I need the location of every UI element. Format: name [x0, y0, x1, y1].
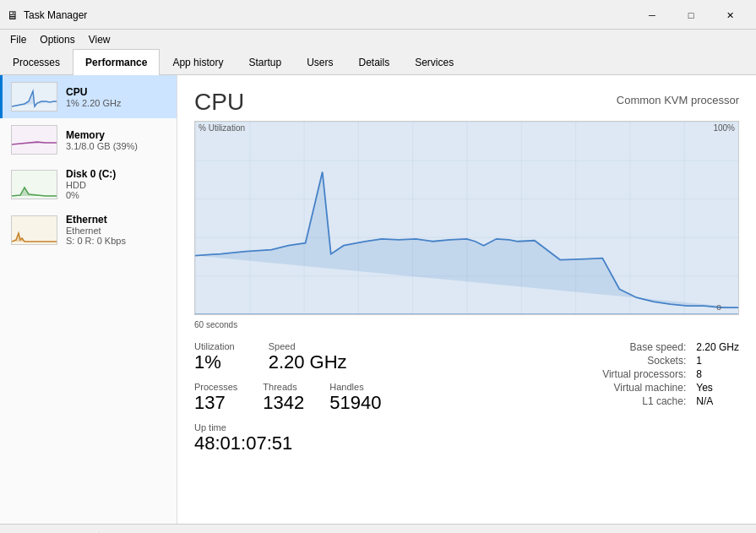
virtual-machine-label: Virtual machine: [602, 382, 686, 394]
threads-stat: Threads 1342 [263, 382, 304, 414]
tab-bar: Processes Performance App history Startu… [0, 48, 756, 75]
bottom-bar: ⬆ Fewer details ⊘ Open Resource Monitor [0, 524, 756, 533]
memory-label: Memory [66, 129, 168, 141]
l1-cache-label: L1 cache: [602, 395, 686, 407]
window-title: Task Manager [24, 9, 87, 21]
sidebar-item-cpu[interactable]: CPU 1% 2.20 GHz [0, 75, 177, 118]
maximize-button[interactable]: □ [672, 5, 710, 25]
ethernet-type: Ethernet [66, 226, 168, 236]
stats-left: Utilization 1% Speed 2.20 GHz Processes … [194, 334, 602, 454]
virtual-processors-label: Virtual processors: [602, 368, 686, 380]
svg-rect-1 [12, 126, 57, 155]
ethernet-label: Ethernet [66, 214, 168, 226]
menu-options[interactable]: Options [33, 31, 81, 48]
processes-label: Processes [194, 382, 237, 392]
speed-stat: Speed 2.20 GHz [269, 341, 347, 373]
base-speed-value: 2.20 GHz [696, 341, 739, 353]
menu-file[interactable]: File [3, 31, 33, 48]
title-bar: 🖥 Task Manager ─ □ ✕ [0, 0, 756, 30]
uptime-label: Up time [194, 422, 602, 432]
detail-title: CPU [194, 89, 244, 116]
chart-y-label: % Utilization [199, 123, 245, 133]
title-bar-controls: ─ □ ✕ [633, 5, 749, 25]
svg-text:0: 0 [716, 302, 721, 312]
virtual-processors-value: 8 [696, 368, 739, 380]
menu-view[interactable]: View [82, 31, 117, 48]
ethernet-sub: S: 0 R: 0 Kbps [66, 236, 168, 246]
tab-users[interactable]: Users [294, 49, 345, 75]
sockets-label: Sockets: [602, 355, 686, 367]
menu-bar: File Options View [0, 30, 756, 48]
cpu-thumbnail [11, 82, 57, 111]
handles-label: Handles [329, 382, 381, 392]
disk-info: Disk 0 (C:) HDD 0% [66, 168, 168, 200]
close-button[interactable]: ✕ [710, 5, 749, 25]
right-stats: Base speed: 2.20 GHz Sockets: 1 Virtual … [602, 341, 739, 407]
cpu-label: CPU [66, 86, 168, 98]
cpu-sub: 1% 2.20 GHz [66, 98, 168, 108]
sidebar-item-memory[interactable]: Memory 3.1/8.0 GB (39%) [0, 118, 177, 161]
handles-stat: Handles 51940 [329, 382, 381, 414]
processes-value: 137 [194, 392, 237, 414]
processes-stat: Processes 137 [194, 382, 237, 414]
memory-info: Memory 3.1/8.0 GB (39%) [66, 129, 168, 151]
detail-panel: CPU Common KVM processor % Utilization 1… [177, 75, 756, 524]
memory-sub: 3.1/8.0 GB (39%) [66, 141, 168, 151]
tab-startup[interactable]: Startup [236, 49, 294, 75]
uptime-value: 48:01:07:51 [194, 432, 602, 454]
app-icon: 🖥 [7, 8, 19, 22]
tab-app-history[interactable]: App history [160, 49, 236, 75]
stats-combined: Utilization 1% Speed 2.20 GHz Processes … [194, 334, 739, 454]
tab-performance[interactable]: Performance [73, 49, 160, 75]
cpu-info: CPU 1% 2.20 GHz [66, 86, 168, 108]
speed-value: 2.20 GHz [269, 351, 347, 373]
tab-processes[interactable]: Processes [0, 49, 73, 75]
sockets-value: 1 [696, 355, 739, 367]
disk-thumbnail [11, 170, 57, 199]
base-speed-label: Base speed: [602, 341, 686, 353]
chart-y-max: 100% [713, 123, 735, 133]
utilization-stat: Utilization 1% [194, 341, 235, 373]
cpu-chart: % Utilization 100% 0 [194, 121, 739, 315]
utilization-label: Utilization [194, 341, 235, 351]
speed-label: Speed [269, 341, 347, 351]
ethernet-info: Ethernet Ethernet S: 0 R: 0 Kbps [66, 214, 168, 246]
tab-services[interactable]: Services [402, 49, 466, 75]
threads-value: 1342 [263, 392, 304, 414]
virtual-machine-value: Yes [696, 382, 739, 394]
handles-value: 51940 [329, 392, 381, 414]
tab-details[interactable]: Details [345, 49, 402, 75]
ethernet-thumbnail [11, 215, 57, 245]
detail-subtitle: Common KVM processor [617, 94, 739, 106]
cpu-chart-svg: 0 [195, 122, 738, 314]
l1-cache-value: N/A [696, 395, 739, 407]
title-bar-left: 🖥 Task Manager [7, 8, 87, 22]
svg-rect-5 [195, 122, 738, 314]
sidebar-item-disk[interactable]: Disk 0 (C:) HDD 0% [0, 161, 177, 207]
sidebar-item-ethernet[interactable]: Ethernet Ethernet S: 0 R: 0 Kbps [0, 207, 177, 253]
minimize-button[interactable]: ─ [633, 5, 672, 25]
main-content: CPU 1% 2.20 GHz Memory 3.1/8.0 GB (39%) [0, 75, 756, 524]
disk-sub: 0% [66, 190, 168, 200]
chart-x-label: 60 seconds [194, 320, 739, 329]
memory-thumbnail [11, 125, 57, 155]
detail-header: CPU Common KVM processor [194, 89, 739, 116]
stats-row-2: Processes 137 Threads 1342 Handles 51940 [194, 382, 602, 414]
utilization-value: 1% [194, 351, 235, 373]
disk-type: HDD [66, 180, 168, 190]
stats-row-1: Utilization 1% Speed 2.20 GHz [194, 341, 602, 373]
threads-label: Threads [263, 382, 304, 392]
sidebar: CPU 1% 2.20 GHz Memory 3.1/8.0 GB (39%) [0, 75, 177, 524]
disk-label: Disk 0 (C:) [66, 168, 168, 180]
uptime-section: Up time 48:01:07:51 [194, 422, 602, 454]
